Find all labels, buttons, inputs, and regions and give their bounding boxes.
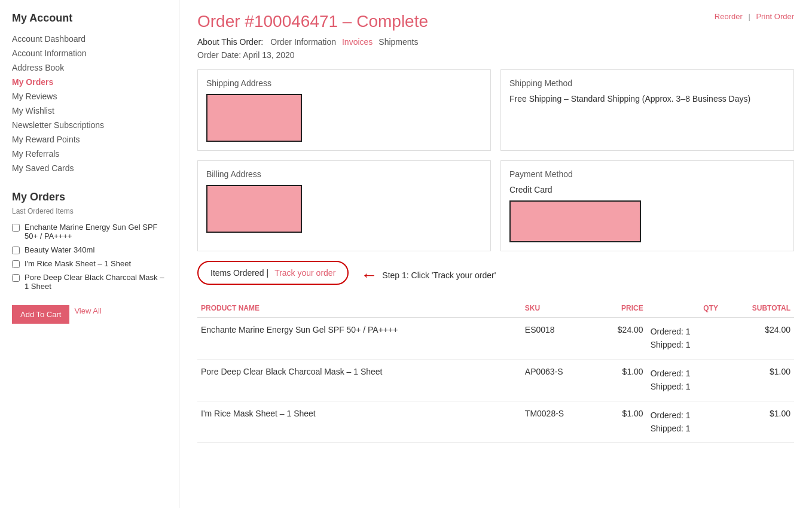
product-price-cell: $1.00 <box>595 401 647 443</box>
product-sku-cell: AP0063-S <box>521 359 595 401</box>
about-order-label: About This Order: <box>197 37 263 47</box>
payment-placeholder <box>509 200 641 242</box>
reorder-link[interactable]: Reorder <box>715 12 743 21</box>
order-item-checkbox[interactable] <box>12 247 20 254</box>
col-subtotal: SUBTOTAL <box>722 299 794 318</box>
about-order-bar: About This Order: Order InformationInvoi… <box>197 37 794 47</box>
order-item-checkbox[interactable] <box>12 274 20 282</box>
items-ordered-label: Items Ordered <box>210 268 264 278</box>
order-item-checkbox[interactable] <box>12 224 20 232</box>
track-order-link[interactable]: Track your order <box>274 268 335 278</box>
sidebar-orders-title: My Orders <box>12 191 167 203</box>
products-tbody: Enchante Marine Energy Sun Gel SPF 50+ /… <box>197 318 794 443</box>
order-date: Order Date: April 13, 2020 <box>197 50 794 60</box>
items-header-row: Items Ordered | Track your order ← Step … <box>197 261 794 290</box>
col-qty: QTY <box>647 299 722 318</box>
order-item-checkbox[interactable] <box>12 260 20 268</box>
sidebar-nav: Account DashboardAccount InformationAddr… <box>12 34 167 173</box>
col-product-name: PRODUCT NAME <box>197 299 521 318</box>
step-annotation-text: Step 1: Click 'Track your order' <box>382 270 496 280</box>
product-qty-cell: Ordered: 1Shipped: 1 <box>647 359 722 401</box>
products-table: PRODUCT NAME SKU PRICE QTY SUBTOTAL Ench… <box>197 299 794 443</box>
list-item: Beauty Water 340ml <box>12 245 167 254</box>
shipping-method-title: Shipping Method <box>509 78 785 88</box>
shipping-address-placeholder <box>206 94 302 142</box>
col-sku: SKU <box>521 299 595 318</box>
add-to-cart-button[interactable]: Add To Cart <box>12 305 69 324</box>
sidebar-nav-link[interactable]: My Orders <box>12 77 53 87</box>
order-title: Order #100046471 – Complete <box>197 12 428 31</box>
sidebar-nav-link[interactable]: Account Dashboard <box>12 34 86 44</box>
main-header: Order #100046471 – Complete Reorder | Pr… <box>197 12 794 31</box>
product-sku-cell: TM0028-S <box>521 401 595 443</box>
order-item-label: Enchante Marine Energy Sun Gel SPF 50+ /… <box>25 223 167 241</box>
about-order-link[interactable]: Invoices <box>342 37 373 47</box>
order-item-label: Pore Deep Clear Black Charcoal Mask – 1 … <box>25 273 167 291</box>
product-name-cell: Pore Deep Clear Black Charcoal Mask – 1 … <box>197 359 521 401</box>
header-separator: | <box>748 12 750 21</box>
product-qty-cell: Ordered: 1Shipped: 1 <box>647 318 722 360</box>
list-item: Enchante Marine Energy Sun Gel SPF 50+ /… <box>12 223 167 241</box>
arrow-icon: ← <box>361 266 377 285</box>
sidebar-nav-link[interactable]: My Referrals <box>12 149 59 159</box>
list-item: Pore Deep Clear Black Charcoal Mask – 1 … <box>12 273 167 291</box>
my-account-title: My Account <box>12 12 167 25</box>
product-name-cell: I'm Rice Mask Sheet – 1 Sheet <box>197 401 521 443</box>
product-subtotal-cell: $1.00 <box>722 401 794 443</box>
sidebar-nav-link[interactable]: Address Book <box>12 63 64 72</box>
sidebar-nav-link[interactable]: Account Information <box>12 48 87 58</box>
table-row: I'm Rice Mask Sheet – 1 SheetTM0028-S$1.… <box>197 401 794 443</box>
payment-method-title: Payment Method <box>509 169 785 179</box>
order-item-label: Beauty Water 340ml <box>25 245 94 254</box>
info-grid: Shipping Address Shipping Method Free Sh… <box>197 69 794 251</box>
payment-method-box: Payment Method Credit Card <box>500 160 794 251</box>
shipping-method-box: Shipping Method Free Shipping – Standard… <box>500 69 794 151</box>
table-row: Enchante Marine Energy Sun Gel SPF 50+ /… <box>197 318 794 360</box>
sidebar-nav-link[interactable]: My Wishlist <box>12 106 54 115</box>
billing-address-box: Billing Address <box>197 160 491 251</box>
main-content: Order #100046471 – Complete Reorder | Pr… <box>179 0 812 508</box>
order-item-label: I'm Rice Mask Sheet – 1 Sheet <box>25 259 131 268</box>
items-ordered-bar: Items Ordered | Track your order <box>197 261 349 285</box>
step-annotation: ← Step 1: Click 'Track your order' <box>361 266 496 285</box>
sidebar: My Account Account DashboardAccount Info… <box>0 0 179 508</box>
product-subtotal-cell: $1.00 <box>722 359 794 401</box>
view-all-link[interactable]: View All <box>74 306 101 315</box>
list-item: I'm Rice Mask Sheet – 1 Sheet <box>12 259 167 268</box>
product-price-cell: $24.00 <box>595 318 647 360</box>
billing-address-title: Billing Address <box>206 169 482 179</box>
product-price-cell: $1.00 <box>595 359 647 401</box>
about-order-links: Order InformationInvoicesShipments <box>270 37 424 47</box>
shipping-address-box: Shipping Address <box>197 69 491 151</box>
payment-method-value: Credit Card <box>509 185 785 194</box>
product-sku-cell: ES0018 <box>521 318 595 360</box>
pipe-separator: | <box>266 268 268 278</box>
table-row: Pore Deep Clear Black Charcoal Mask – 1 … <box>197 359 794 401</box>
product-subtotal-cell: $24.00 <box>722 318 794 360</box>
sidebar-nav-link[interactable]: My Saved Cards <box>12 163 74 173</box>
shipping-method-value: Free Shipping – Standard Shipping (Appro… <box>509 94 785 104</box>
print-order-link[interactable]: Print Order <box>756 12 794 21</box>
sidebar-nav-link[interactable]: My Reviews <box>12 92 57 101</box>
col-price: PRICE <box>595 299 647 318</box>
product-qty-cell: Ordered: 1Shipped: 1 <box>647 401 722 443</box>
order-items-list: Enchante Marine Energy Sun Gel SPF 50+ /… <box>12 223 167 291</box>
header-links: Reorder | Print Order <box>715 12 794 21</box>
sidebar-nav-link[interactable]: My Reward Points <box>12 135 80 144</box>
product-name-cell: Enchante Marine Energy Sun Gel SPF 50+ /… <box>197 318 521 360</box>
sidebar-orders-subtitle: Last Ordered Items <box>12 207 167 215</box>
sidebar-nav-link[interactable]: Newsletter Subscriptions <box>12 120 104 130</box>
about-order-link[interactable]: Shipments <box>378 37 418 47</box>
billing-address-placeholder <box>206 185 302 233</box>
shipping-address-title: Shipping Address <box>206 78 482 88</box>
about-order-link[interactable]: Order Information <box>270 37 336 47</box>
